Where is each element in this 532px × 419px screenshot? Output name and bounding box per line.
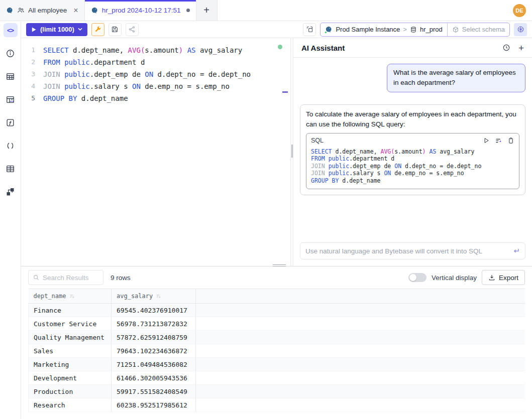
ai-code-block: SQL (306, 133, 519, 189)
row-count: 9 rows (111, 274, 131, 282)
connection-breadcrumb: Prod Sample Instance > hr_prod Select sc… (320, 23, 510, 37)
table-cell[interactable]: Development (29, 371, 112, 385)
table-cell[interactable]: Sales (29, 344, 112, 358)
wrench-icon (94, 26, 101, 33)
line-number: 4 (21, 80, 43, 92)
line-number: 3 (21, 68, 43, 80)
table-cell[interactable]: 57872.625912408759 (112, 331, 196, 344)
run-code-icon[interactable] (483, 137, 490, 144)
sidebar-item-external-tables[interactable] (4, 162, 18, 176)
code-line: JOIN public.salary s ON de.emp_no = s.em… (311, 170, 514, 177)
sidebar-item-info[interactable] (4, 46, 18, 60)
panel-divider-horizontal[interactable] (273, 263, 286, 267)
history-icon[interactable] (502, 44, 510, 52)
tab-hr-prod[interactable]: hr_prod 2024-10-12 17:51 (85, 0, 196, 21)
sidebar-item-tables[interactable] (4, 69, 18, 83)
tab-label: hr_prod 2024-10-12 17:51 (102, 7, 181, 14)
share-icon (128, 26, 136, 33)
sql-editor[interactable]: 1SELECT d.dept_name, AVG(s.amount) AS av… (21, 38, 290, 266)
table-row[interactable]: Sales79643.102234636872 (29, 344, 525, 358)
search-results-input[interactable] (43, 274, 99, 282)
sidebar-item-sql-editor[interactable]: <> (4, 23, 18, 37)
ai-input-container: ↵ (300, 242, 525, 259)
close-icon[interactable]: × (73, 7, 78, 15)
postgres-icon (325, 26, 333, 33)
play-icon (31, 27, 37, 33)
sidebar-item-functions[interactable] (4, 115, 18, 129)
user-message-bubble: What is the average salary of employees … (387, 64, 525, 92)
sidebar-item-schema-diagram[interactable] (4, 185, 18, 199)
table-cell[interactable]: Finance (29, 304, 112, 317)
column-header-avg-salary[interactable]: avg_salary (112, 289, 196, 304)
format-sql-button[interactable] (91, 23, 104, 36)
panel-divider-vertical[interactable] (290, 38, 293, 266)
export-button[interactable]: Export (482, 270, 525, 285)
new-chat-button[interactable]: + (518, 43, 524, 53)
editor-scrollbar[interactable] (282, 91, 288, 93)
table-cell[interactable]: 61466.302005943536 (112, 371, 196, 385)
table-cell[interactable]: 69545.402376910017 (112, 304, 196, 317)
instance-database-selector[interactable]: Prod Sample Instance > hr_prod (321, 23, 447, 36)
code-line[interactable]: 4JOIN public.salary s ON de.emp_no = s.e… (21, 80, 290, 92)
table-row[interactable]: Marketing71251.049484536082 (29, 358, 525, 371)
table-cell[interactable]: 71251.049484536082 (112, 358, 196, 371)
table-cell-filler (196, 331, 525, 344)
table-row[interactable]: Quality Management57872.625912408759 (29, 331, 525, 344)
table-cell[interactable]: Production (29, 385, 112, 398)
download-icon (488, 274, 495, 281)
ai-panel-title: AI Assistant (301, 44, 345, 52)
table-cell[interactable]: Marketing (29, 358, 112, 371)
ai-chat-area: What is the average salary of employees … (293, 58, 532, 237)
drag-handle-icon (291, 145, 293, 158)
function-icon (6, 118, 15, 127)
table-cell[interactable]: 60238.952517985612 (112, 398, 196, 412)
save-icon (111, 26, 119, 33)
schema-selector[interactable]: Select schema (447, 23, 509, 36)
breadcrumb-separator: > (403, 26, 407, 33)
table-cell[interactable]: Research (29, 398, 112, 412)
table-cell[interactable]: 59917.551582408549 (112, 385, 196, 398)
run-query-button[interactable]: (limit 1000) (26, 23, 87, 36)
submit-return-icon[interactable]: ↵ (513, 246, 520, 255)
table-row[interactable]: Production59917.551582408549 (29, 385, 525, 398)
table-cell[interactable]: 79643.102234636872 (112, 344, 196, 358)
ai-code-lines: SELECT d.dept_name, AVG(s.amount) AS avg… (306, 147, 519, 189)
new-tab-button[interactable]: + (196, 0, 218, 21)
line-number: 1 (21, 44, 43, 56)
code-line[interactable]: 2FROM public.department d (21, 56, 290, 68)
ai-assistant-panel: AI Assistant + What is the average salar… (293, 38, 532, 266)
database-icon (410, 26, 417, 33)
copy-icon[interactable] (507, 137, 514, 144)
code-line[interactable]: 3JOIN public.dept_emp de ON d.dept_no = … (21, 68, 290, 80)
share-button[interactable] (126, 23, 139, 36)
code-line[interactable]: 1SELECT d.dept_name, AVG(s.amount) AS av… (21, 44, 290, 56)
instance-name: Prod Sample Instance (336, 26, 400, 33)
table-row[interactable]: Research60238.952517985612 (29, 398, 525, 412)
table-cell[interactable]: Quality Management (29, 331, 112, 344)
vertical-display-toggle[interactable] (408, 273, 427, 282)
ai-response-text: To calculate the average salary of emplo… (306, 109, 519, 130)
sidebar-item-procedures[interactable] (4, 138, 18, 153)
sql-editor-lines: 1SELECT d.dept_name, AVG(s.amount) AS av… (21, 44, 290, 104)
table-cell-filler (196, 385, 525, 398)
tab-all-employee[interactable]: All employee × (0, 0, 85, 21)
code-line[interactable]: 5GROUP BY d.dept_name (21, 92, 290, 104)
chevron-down-icon (78, 28, 82, 31)
masked-table-icon (6, 95, 15, 104)
insert-into-editor-icon[interactable] (495, 137, 502, 145)
table-row[interactable]: Development61466.302005943536 (29, 371, 525, 385)
table-row[interactable]: Finance69545.402376910017 (29, 304, 525, 317)
tab-label: All employee (28, 7, 67, 14)
column-header-dept-name[interactable]: dept_name (29, 289, 112, 304)
sidebar-item-data-masking[interactable] (4, 92, 18, 106)
table-cell[interactable]: 56978.731213872832 (112, 317, 196, 331)
user-avatar[interactable]: DE (513, 4, 526, 17)
code-language-label: SQL (311, 136, 324, 146)
ai-assistant-button[interactable] (514, 23, 527, 36)
ai-prompt-input[interactable] (305, 247, 509, 255)
table-row[interactable]: Customer Service56978.731213872832 (29, 317, 525, 331)
switch-connection-button[interactable] (303, 23, 316, 36)
save-sheet-button[interactable] (109, 23, 122, 36)
table-cell[interactable]: Customer Service (29, 317, 112, 331)
openai-icon (517, 26, 524, 33)
